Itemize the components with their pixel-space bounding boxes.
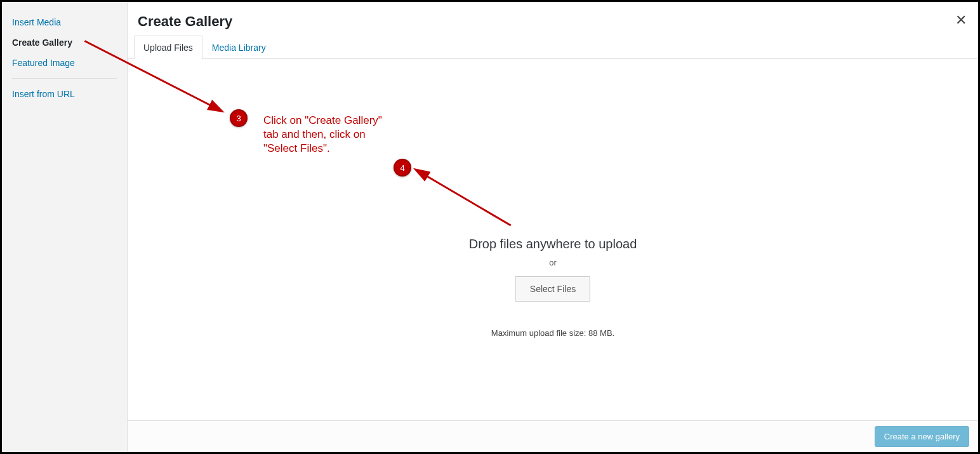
sidebar-item-create-gallery[interactable]: Create Gallery (12, 32, 117, 53)
drop-instruction: Drop files anywhere to upload (469, 237, 637, 251)
drop-area: Drop files anywhere to upload or Select … (469, 237, 637, 338)
sidebar-item-featured-image[interactable]: Featured Image (12, 53, 117, 73)
select-files-button[interactable]: Select Files (515, 276, 590, 302)
modal-title-bar: Create Gallery (128, 2, 978, 35)
drop-or-label: or (469, 258, 637, 267)
tab-media-library[interactable]: Media Library (202, 36, 275, 59)
upload-panel: Drop files anywhere to upload or Select … (128, 59, 978, 420)
sidebar-item-insert-from-url[interactable]: Insert from URL (12, 84, 117, 104)
media-sidebar: Insert Media Create Gallery Featured Ima… (2, 2, 128, 452)
page-title: Create Gallery (138, 13, 968, 30)
create-gallery-button[interactable]: Create a new gallery (875, 426, 969, 447)
media-tabs: Upload Files Media Library (128, 35, 978, 59)
sidebar-separator (12, 78, 117, 79)
max-upload-note: Maximum upload file size: 88 MB. (469, 328, 637, 338)
media-modal: Insert Media Create Gallery Featured Ima… (2, 2, 978, 452)
media-main: ✕ Create Gallery Upload Files Media Libr… (128, 2, 978, 452)
sidebar-item-insert-media[interactable]: Insert Media (12, 12, 117, 32)
tab-upload-files[interactable]: Upload Files (134, 36, 202, 59)
close-button[interactable]: ✕ (955, 13, 967, 27)
modal-footer: Create a new gallery (128, 420, 978, 452)
close-icon: ✕ (955, 12, 967, 28)
